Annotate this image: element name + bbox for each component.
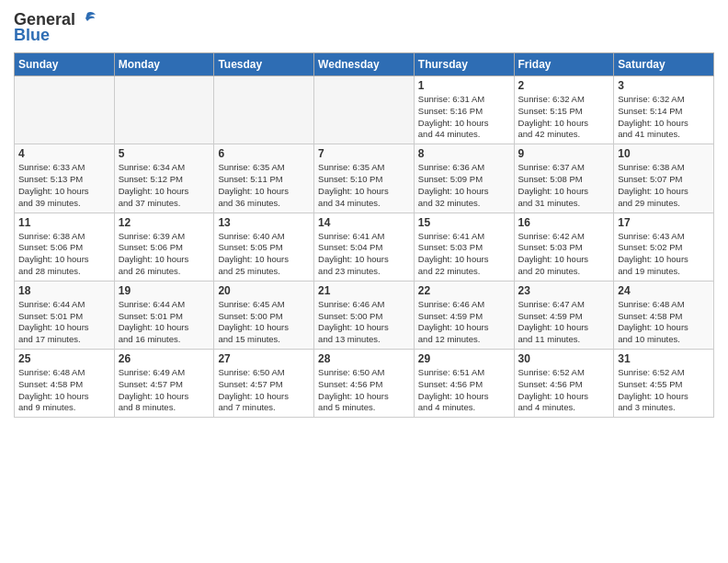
day-info: Sunrise: 6:47 AM Sunset: 4:59 PM Dayligh… [518, 299, 610, 346]
day-info: Sunrise: 6:41 AM Sunset: 5:03 PM Dayligh… [418, 231, 510, 278]
day-info: Sunrise: 6:39 AM Sunset: 5:06 PM Dayligh… [119, 231, 210, 278]
day-info: Sunrise: 6:46 AM Sunset: 4:59 PM Dayligh… [418, 299, 510, 346]
day-info: Sunrise: 6:48 AM Sunset: 4:58 PM Dayligh… [18, 367, 110, 414]
day-number: 21 [318, 284, 410, 297]
day-info: Sunrise: 6:32 AM Sunset: 5:15 PM Dayligh… [518, 94, 610, 141]
day-info: Sunrise: 6:33 AM Sunset: 5:13 PM Dayligh… [18, 162, 110, 209]
calendar-cell: 26Sunrise: 6:49 AM Sunset: 4:57 PM Dayli… [114, 350, 214, 418]
day-number: 26 [119, 352, 210, 365]
calendar-cell: 20Sunrise: 6:45 AM Sunset: 5:00 PM Dayli… [214, 281, 314, 349]
day-number: 25 [18, 352, 110, 365]
day-number: 1 [418, 79, 510, 92]
day-number: 28 [318, 352, 410, 365]
day-info: Sunrise: 6:36 AM Sunset: 5:09 PM Dayligh… [418, 162, 510, 209]
day-number: 14 [318, 216, 410, 229]
logo: General Blue [14, 9, 97, 45]
day-number: 6 [218, 147, 310, 160]
day-number: 24 [618, 284, 710, 297]
day-info: Sunrise: 6:51 AM Sunset: 4:56 PM Dayligh… [418, 367, 510, 414]
calendar-table: SundayMondayTuesdayWednesdayThursdayFrid… [14, 52, 714, 418]
calendar-cell: 30Sunrise: 6:52 AM Sunset: 4:56 PM Dayli… [514, 350, 614, 418]
day-info: Sunrise: 6:40 AM Sunset: 5:05 PM Dayligh… [218, 231, 310, 278]
calendar-cell: 27Sunrise: 6:50 AM Sunset: 4:57 PM Dayli… [214, 350, 314, 418]
day-info: Sunrise: 6:31 AM Sunset: 5:16 PM Dayligh… [418, 94, 510, 141]
calendar-header-row: SundayMondayTuesdayWednesdayThursdayFrid… [15, 53, 714, 76]
day-info: Sunrise: 6:43 AM Sunset: 5:02 PM Dayligh… [618, 231, 710, 278]
calendar-week-row: 11Sunrise: 6:38 AM Sunset: 5:06 PM Dayli… [15, 213, 714, 281]
day-of-week-header: Saturday [614, 53, 714, 76]
calendar-cell: 8Sunrise: 6:36 AM Sunset: 5:09 PM Daylig… [414, 144, 514, 213]
day-number: 10 [618, 147, 710, 160]
day-number: 13 [218, 216, 310, 229]
calendar-cell: 29Sunrise: 6:51 AM Sunset: 4:56 PM Dayli… [414, 350, 514, 418]
day-number: 9 [518, 147, 610, 160]
calendar-cell: 28Sunrise: 6:50 AM Sunset: 4:56 PM Dayli… [314, 350, 415, 418]
calendar-cell [214, 76, 314, 144]
day-number: 3 [618, 79, 710, 92]
calendar-cell: 17Sunrise: 6:43 AM Sunset: 5:02 PM Dayli… [614, 213, 714, 281]
calendar-week-row: 1Sunrise: 6:31 AM Sunset: 5:16 PM Daylig… [15, 76, 714, 144]
day-number: 15 [418, 216, 510, 229]
day-number: 19 [119, 284, 210, 297]
calendar-cell: 16Sunrise: 6:42 AM Sunset: 5:03 PM Dayli… [514, 213, 614, 281]
day-info: Sunrise: 6:46 AM Sunset: 5:00 PM Dayligh… [318, 299, 410, 346]
day-info: Sunrise: 6:44 AM Sunset: 5:01 PM Dayligh… [119, 299, 210, 346]
logo-blue-text: Blue [14, 26, 50, 45]
day-number: 31 [618, 352, 710, 365]
day-number: 2 [518, 79, 610, 92]
day-info: Sunrise: 6:32 AM Sunset: 5:14 PM Dayligh… [618, 94, 710, 141]
day-info: Sunrise: 6:52 AM Sunset: 4:56 PM Dayligh… [518, 367, 610, 414]
day-number: 8 [418, 147, 510, 160]
logo-bird-icon [77, 9, 97, 29]
day-info: Sunrise: 6:48 AM Sunset: 4:58 PM Dayligh… [618, 299, 710, 346]
day-info: Sunrise: 6:50 AM Sunset: 4:57 PM Dayligh… [218, 367, 310, 414]
day-number: 20 [218, 284, 310, 297]
calendar-cell: 14Sunrise: 6:41 AM Sunset: 5:04 PM Dayli… [314, 213, 415, 281]
day-info: Sunrise: 6:50 AM Sunset: 4:56 PM Dayligh… [318, 367, 410, 414]
day-number: 30 [518, 352, 610, 365]
day-number: 11 [18, 216, 110, 229]
calendar-cell: 19Sunrise: 6:44 AM Sunset: 5:01 PM Dayli… [114, 281, 214, 349]
calendar-cell: 22Sunrise: 6:46 AM Sunset: 4:59 PM Dayli… [414, 281, 514, 349]
day-number: 29 [418, 352, 510, 365]
calendar-cell: 13Sunrise: 6:40 AM Sunset: 5:05 PM Dayli… [214, 213, 314, 281]
calendar-cell: 6Sunrise: 6:35 AM Sunset: 5:11 PM Daylig… [214, 144, 314, 213]
calendar-cell [114, 76, 214, 144]
day-number: 5 [119, 147, 210, 160]
calendar-cell: 15Sunrise: 6:41 AM Sunset: 5:03 PM Dayli… [414, 213, 514, 281]
calendar-cell: 24Sunrise: 6:48 AM Sunset: 4:58 PM Dayli… [614, 281, 714, 349]
calendar-cell: 10Sunrise: 6:38 AM Sunset: 5:07 PM Dayli… [614, 144, 714, 213]
page-header: General Blue [14, 9, 714, 45]
calendar-cell: 4Sunrise: 6:33 AM Sunset: 5:13 PM Daylig… [15, 144, 115, 213]
day-of-week-header: Tuesday [214, 53, 314, 76]
day-number: 27 [218, 352, 310, 365]
day-of-week-header: Wednesday [314, 53, 415, 76]
day-of-week-header: Friday [514, 53, 614, 76]
day-info: Sunrise: 6:38 AM Sunset: 5:06 PM Dayligh… [18, 231, 110, 278]
calendar-cell: 2Sunrise: 6:32 AM Sunset: 5:15 PM Daylig… [514, 76, 614, 144]
calendar-cell: 23Sunrise: 6:47 AM Sunset: 4:59 PM Dayli… [514, 281, 614, 349]
day-info: Sunrise: 6:35 AM Sunset: 5:10 PM Dayligh… [318, 162, 410, 209]
calendar-cell: 5Sunrise: 6:34 AM Sunset: 5:12 PM Daylig… [114, 144, 214, 213]
calendar-week-row: 4Sunrise: 6:33 AM Sunset: 5:13 PM Daylig… [15, 144, 714, 213]
day-number: 16 [518, 216, 610, 229]
calendar-week-row: 18Sunrise: 6:44 AM Sunset: 5:01 PM Dayli… [15, 281, 714, 349]
day-of-week-header: Sunday [15, 53, 115, 76]
day-info: Sunrise: 6:35 AM Sunset: 5:11 PM Dayligh… [218, 162, 310, 209]
day-number: 7 [318, 147, 410, 160]
calendar-cell [314, 76, 415, 144]
day-number: 17 [618, 216, 710, 229]
day-info: Sunrise: 6:45 AM Sunset: 5:00 PM Dayligh… [218, 299, 310, 346]
calendar-week-row: 25Sunrise: 6:48 AM Sunset: 4:58 PM Dayli… [15, 350, 714, 418]
day-of-week-header: Monday [114, 53, 214, 76]
calendar-cell: 11Sunrise: 6:38 AM Sunset: 5:06 PM Dayli… [15, 213, 115, 281]
day-number: 22 [418, 284, 510, 297]
calendar-cell: 3Sunrise: 6:32 AM Sunset: 5:14 PM Daylig… [614, 76, 714, 144]
day-info: Sunrise: 6:37 AM Sunset: 5:08 PM Dayligh… [518, 162, 610, 209]
day-of-week-header: Thursday [414, 53, 514, 76]
day-number: 4 [18, 147, 110, 160]
day-info: Sunrise: 6:38 AM Sunset: 5:07 PM Dayligh… [618, 162, 710, 209]
day-info: Sunrise: 6:44 AM Sunset: 5:01 PM Dayligh… [18, 299, 110, 346]
day-info: Sunrise: 6:52 AM Sunset: 4:55 PM Dayligh… [618, 367, 710, 414]
calendar-cell: 21Sunrise: 6:46 AM Sunset: 5:00 PM Dayli… [314, 281, 415, 349]
